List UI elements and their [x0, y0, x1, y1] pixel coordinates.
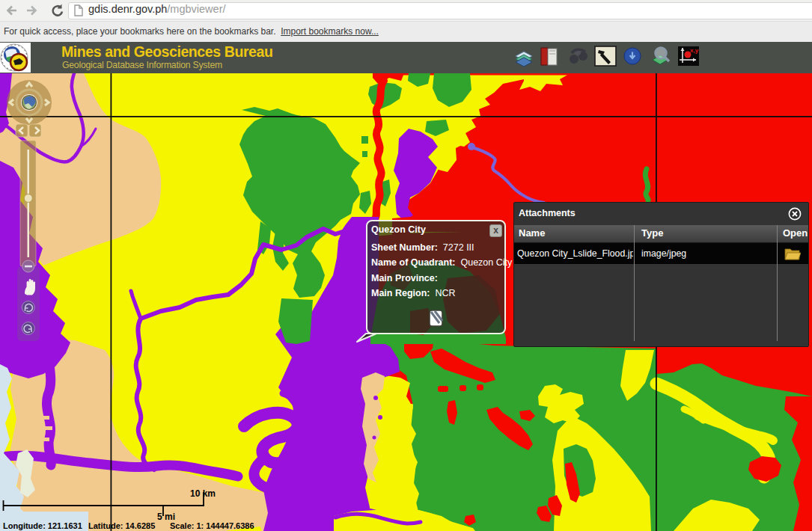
svg-text:10 km: 10 km: [190, 488, 216, 499]
svg-text:x,y: x,y: [690, 47, 699, 54]
svg-text:5 mi: 5 mi: [157, 512, 175, 522]
